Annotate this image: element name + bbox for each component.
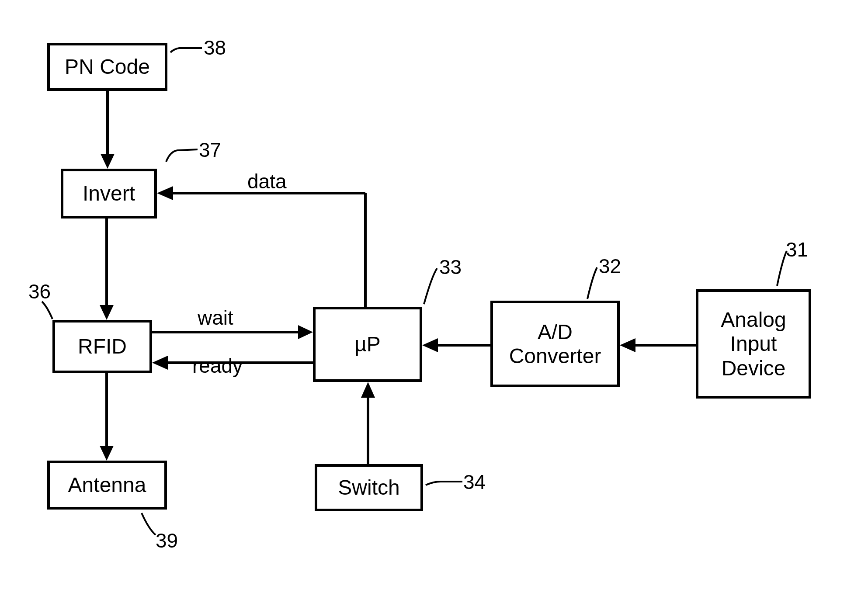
svg-marker-1 <box>101 154 115 169</box>
svg-marker-12 <box>152 356 168 370</box>
block-label: Antenna <box>68 473 146 497</box>
ref-switch: 34 <box>463 470 486 494</box>
ref-rfid: 36 <box>28 280 51 303</box>
svg-marker-8 <box>157 186 173 200</box>
ref-antenna: 39 <box>156 529 178 552</box>
svg-marker-5 <box>100 446 114 461</box>
svg-marker-10 <box>298 325 313 339</box>
block-rfid: RFID <box>52 320 152 373</box>
block-label: Switch <box>338 475 399 499</box>
svg-marker-18 <box>620 338 635 352</box>
label-data: data <box>247 170 287 193</box>
block-label: PN Code <box>65 55 150 79</box>
ref-invert: 37 <box>199 138 221 162</box>
block-antenna: Antenna <box>47 461 167 510</box>
label-wait: wait <box>198 306 233 329</box>
ref-analog: 31 <box>786 238 808 261</box>
label-ready: ready <box>192 354 243 378</box>
block-analog-input: Analog Input Device <box>696 289 811 399</box>
block-label: Invert <box>83 181 135 205</box>
block-label: µP <box>354 332 381 356</box>
block-label: RFID <box>78 334 127 358</box>
block-invert: Invert <box>61 169 157 218</box>
block-label: Analog Input Device <box>721 308 786 380</box>
block-adc: A/D Converter <box>490 301 620 387</box>
block-pn-code: PN Code <box>47 43 167 91</box>
svg-marker-14 <box>361 382 375 398</box>
svg-marker-3 <box>100 305 114 320</box>
block-mu-p: µP <box>313 307 422 382</box>
block-label: A/D Converter <box>509 320 601 368</box>
ref-adc: 32 <box>599 254 621 278</box>
ref-pn-code: 38 <box>204 36 226 59</box>
ref-mu-p: 33 <box>439 255 462 279</box>
block-switch: Switch <box>315 464 423 511</box>
svg-marker-16 <box>422 338 438 352</box>
